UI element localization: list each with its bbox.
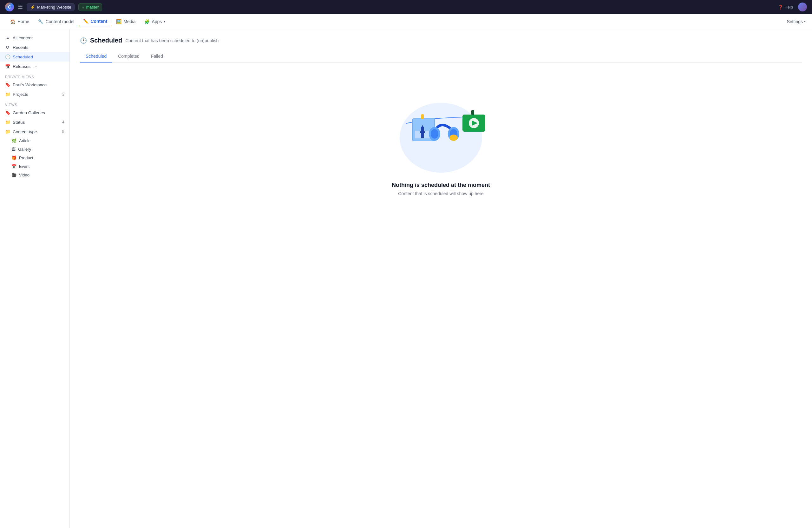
external-link-icon: ↗ bbox=[34, 65, 37, 68]
nav-apps[interactable]: 🧩 Apps ▾ bbox=[141, 17, 169, 26]
topbar-right: ❓ Help bbox=[778, 2, 807, 11]
help-label: Help bbox=[784, 5, 793, 10]
recents-icon: ↺ bbox=[5, 45, 10, 50]
main-content: 🕐 Scheduled Content that has been schedu… bbox=[70, 29, 812, 528]
garden-galleries-icon: 🔖 bbox=[5, 110, 10, 115]
svg-point-9 bbox=[431, 129, 438, 139]
home-icon: 🏠 bbox=[10, 19, 16, 24]
content-model-icon: 🔧 bbox=[38, 19, 43, 24]
menu-icon[interactable]: ☰ bbox=[18, 3, 23, 11]
nav-media[interactable]: 🖼️ Media bbox=[112, 17, 139, 26]
tab-scheduled[interactable]: Scheduled bbox=[80, 51, 112, 62]
sidebar-pauls-workspace-label: Paul's Workspace bbox=[13, 83, 47, 87]
article-emoji: 🌿 bbox=[11, 138, 16, 143]
navbar: 🏠 Home 🔧 Content model ✏️ Content 🖼️ Med… bbox=[0, 14, 812, 29]
sidebar-releases-label: Releases bbox=[13, 64, 30, 69]
tab-completed[interactable]: Completed bbox=[112, 51, 145, 62]
sidebar-item-all-content[interactable]: ≡ All content bbox=[0, 33, 70, 43]
project-name: Marketing Website bbox=[37, 5, 71, 10]
content-type-icon: 📁 bbox=[5, 129, 10, 134]
branch-name: master bbox=[86, 5, 99, 10]
empty-state: Nothing is scheduled at the moment Conte… bbox=[80, 73, 802, 215]
page-title: Scheduled bbox=[90, 37, 122, 44]
nav-settings[interactable]: Settings ▾ bbox=[787, 19, 806, 24]
content-icon: ✏️ bbox=[83, 19, 88, 24]
sidebar-item-event[interactable]: 📅 Event bbox=[0, 162, 70, 171]
nav-content-model-label: Content model bbox=[45, 19, 74, 24]
app-logo[interactable]: C bbox=[5, 2, 14, 11]
sidebar-item-garden-galleries[interactable]: 🔖 Garden Galleries bbox=[0, 108, 70, 117]
empty-state-description: Content that is scheduled will show up h… bbox=[398, 191, 483, 196]
media-icon: 🖼️ bbox=[116, 19, 121, 24]
sidebar-item-gallery[interactable]: 🖼 Gallery bbox=[0, 145, 70, 154]
sidebar-video-label: Video bbox=[19, 173, 29, 177]
sidebar-item-recents[interactable]: ↺ Recents bbox=[0, 43, 70, 52]
sidebar-garden-galleries-label: Garden Galleries bbox=[13, 111, 45, 115]
scheduled-icon: 🕐 bbox=[5, 54, 10, 59]
sidebar-status-label: Status bbox=[13, 120, 25, 125]
content-type-badge: 5 bbox=[62, 129, 64, 134]
sidebar-item-pauls-workspace[interactable]: 🔖 Paul's Workspace bbox=[0, 80, 70, 89]
help-icon: ❓ bbox=[778, 5, 783, 10]
svg-rect-16 bbox=[472, 110, 474, 115]
sidebar-item-content-type[interactable]: 📁 Content type 5 bbox=[0, 127, 70, 137]
sidebar-product-label: Product bbox=[19, 156, 33, 160]
nav-media-label: Media bbox=[124, 19, 135, 24]
page-description: Content that has been scheduled to (un)p… bbox=[125, 38, 219, 43]
topbar: C ☰ ⚡ Marketing Website ⑃ master ❓ Help bbox=[0, 0, 812, 14]
status-badge: 4 bbox=[62, 120, 64, 124]
sidebar-item-article[interactable]: 🌿 Article bbox=[0, 137, 70, 145]
sidebar-recents-label: Recents bbox=[13, 45, 29, 50]
all-content-icon: ≡ bbox=[5, 35, 10, 40]
private-views-label: Private views bbox=[0, 71, 70, 80]
nav-content-model[interactable]: 🔧 Content model bbox=[34, 17, 78, 26]
settings-chevron-icon: ▾ bbox=[804, 20, 806, 23]
branch-selector[interactable]: ⑃ master bbox=[78, 3, 102, 11]
releases-icon: 📅 bbox=[5, 64, 10, 69]
layout: ≡ All content ↺ Recents 🕐 Scheduled 📅 Re… bbox=[0, 29, 812, 528]
product-emoji: 🎁 bbox=[11, 156, 16, 160]
svg-point-12 bbox=[449, 134, 458, 141]
svg-rect-5 bbox=[420, 131, 425, 133]
sidebar-gallery-label: Gallery bbox=[18, 147, 31, 152]
nav-home[interactable]: 🏠 Home bbox=[6, 17, 33, 26]
sidebar-item-video[interactable]: 🎥 Video bbox=[0, 171, 70, 179]
sidebar: ≡ All content ↺ Recents 🕐 Scheduled 📅 Re… bbox=[0, 29, 70, 528]
sidebar-item-status[interactable]: 📁 Status 4 bbox=[0, 117, 70, 127]
svg-point-0 bbox=[400, 103, 482, 173]
project-icon: ⚡ bbox=[30, 5, 35, 10]
sidebar-scheduled-label: Scheduled bbox=[13, 55, 33, 59]
nav-apps-label: Apps bbox=[151, 19, 162, 24]
page-header: 🕐 Scheduled Content that has been schedu… bbox=[80, 37, 802, 44]
project-selector[interactable]: ⚡ Marketing Website bbox=[27, 3, 74, 11]
nav-home-label: Home bbox=[17, 19, 29, 24]
nav-content[interactable]: ✏️ Content bbox=[79, 17, 111, 26]
tabs: Scheduled Completed Failed bbox=[80, 51, 802, 62]
sidebar-item-releases[interactable]: 📅 Releases ↗ bbox=[0, 61, 70, 71]
pauls-workspace-icon: 🔖 bbox=[5, 82, 10, 87]
sidebar-content-type-label: Content type bbox=[13, 129, 37, 134]
tab-failed[interactable]: Failed bbox=[145, 51, 169, 62]
gallery-emoji: 🖼 bbox=[11, 147, 16, 152]
empty-illustration bbox=[387, 92, 495, 174]
page-header-icon: 🕐 bbox=[80, 37, 87, 44]
event-emoji: 📅 bbox=[11, 164, 16, 169]
status-icon: 📁 bbox=[5, 119, 10, 125]
sidebar-item-scheduled[interactable]: 🕐 Scheduled bbox=[0, 52, 70, 61]
sidebar-article-label: Article bbox=[19, 138, 30, 143]
apps-chevron-icon: ▾ bbox=[164, 20, 165, 23]
sidebar-item-product[interactable]: 🎁 Product bbox=[0, 154, 70, 162]
projects-badge: 2 bbox=[62, 92, 64, 97]
user-avatar[interactable] bbox=[798, 2, 807, 11]
svg-rect-7 bbox=[421, 114, 424, 119]
sidebar-all-content-label: All content bbox=[13, 35, 33, 40]
sidebar-projects-label: Projects bbox=[13, 92, 28, 97]
sidebar-item-projects[interactable]: 📁 Projects 2 bbox=[0, 89, 70, 99]
views-label: Views bbox=[0, 99, 70, 108]
sidebar-event-label: Event bbox=[19, 164, 29, 169]
help-button[interactable]: ❓ Help bbox=[778, 5, 793, 10]
video-emoji: 🎥 bbox=[11, 173, 16, 177]
apps-icon: 🧩 bbox=[144, 19, 150, 24]
projects-icon: 📁 bbox=[5, 92, 10, 97]
nav-content-label: Content bbox=[90, 19, 107, 24]
